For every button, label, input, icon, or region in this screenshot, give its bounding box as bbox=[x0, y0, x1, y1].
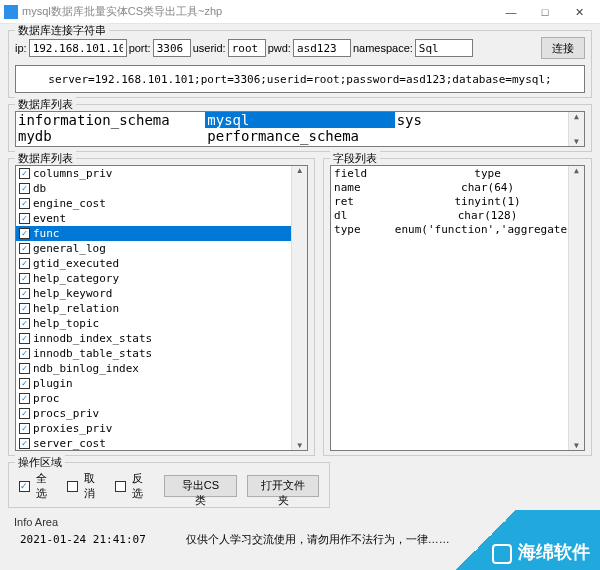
timestamp: 2021-01-24 21:41:07 bbox=[20, 533, 146, 546]
table-row[interactable]: ✓func bbox=[16, 226, 307, 241]
ip-input[interactable] bbox=[29, 39, 127, 57]
table-row[interactable]: ✓gtid_executed bbox=[16, 256, 307, 271]
app-icon bbox=[4, 5, 18, 19]
checkbox-icon[interactable]: ✓ bbox=[19, 363, 30, 374]
checkbox-icon[interactable]: ✓ bbox=[19, 288, 30, 299]
port-label: port: bbox=[129, 42, 151, 54]
scrollbar[interactable] bbox=[568, 166, 584, 450]
checkbox-icon[interactable]: ✓ bbox=[19, 348, 30, 359]
scrollbar[interactable] bbox=[568, 112, 584, 146]
table-row[interactable]: ✓innodb_table_stats bbox=[16, 346, 307, 361]
table-name: procs_priv bbox=[33, 407, 99, 420]
connection-string-display: server=192.168.101.101;port=3306;userid=… bbox=[15, 65, 585, 93]
close-button[interactable]: ✕ bbox=[562, 0, 596, 24]
table-name: ndb_binlog_index bbox=[33, 362, 139, 375]
fields-group: 字段列表 fieldtypenamechar(64)rettinyint(1)d… bbox=[323, 158, 592, 456]
export-button[interactable]: 导出CS类 bbox=[164, 475, 237, 497]
table-name: help_keyword bbox=[33, 287, 112, 300]
table-name: help_category bbox=[33, 272, 119, 285]
field-header: fieldtype bbox=[332, 167, 583, 181]
userid-input[interactable] bbox=[228, 39, 266, 57]
table-name: columns_priv bbox=[33, 167, 112, 180]
table-name: help_topic bbox=[33, 317, 99, 330]
database-list-legend: 数据库列表 bbox=[15, 97, 76, 112]
title-bar: mysql数据库批量实体CS类导出工具~zhp — □ ✕ bbox=[0, 0, 600, 24]
checkbox-icon[interactable]: ✓ bbox=[19, 168, 30, 179]
checkbox-icon[interactable]: ✓ bbox=[19, 393, 30, 404]
database-item[interactable]: performance_schema bbox=[205, 128, 394, 144]
checkbox-icon[interactable]: ✓ bbox=[19, 243, 30, 254]
checkbox-icon[interactable]: ✓ bbox=[19, 318, 30, 329]
table-name: innodb_table_stats bbox=[33, 347, 152, 360]
table-row[interactable]: ✓general_log bbox=[16, 241, 307, 256]
tables-listbox[interactable]: ✓columns_priv✓db✓engine_cost✓event✓func✓… bbox=[15, 165, 308, 451]
namespace-input[interactable] bbox=[415, 39, 473, 57]
checkbox-icon[interactable]: ✓ bbox=[19, 183, 30, 194]
field-row: typeenum('function','aggregate') bbox=[332, 223, 583, 237]
table-row[interactable]: ✓help_keyword bbox=[16, 286, 307, 301]
table-name: help_relation bbox=[33, 302, 119, 315]
port-input[interactable] bbox=[153, 39, 191, 57]
checkbox-icon[interactable]: ✓ bbox=[19, 228, 30, 239]
table-row[interactable]: ✓help_topic bbox=[16, 316, 307, 331]
table-row[interactable]: ✓event bbox=[16, 211, 307, 226]
footer: 2021-01-24 21:41:07 仅供个人学习交流使用，请勿用作不法行为，… bbox=[8, 530, 592, 549]
userid-label: userid: bbox=[193, 42, 226, 54]
checkbox-icon[interactable]: ✓ bbox=[19, 198, 30, 209]
table-row[interactable]: ✓innodb_index_stats bbox=[16, 331, 307, 346]
table-name: engine_cost bbox=[33, 197, 106, 210]
table-name: db bbox=[33, 182, 46, 195]
tables-group: 数据库列表 ✓columns_priv✓db✓engine_cost✓event… bbox=[8, 158, 315, 456]
checkbox-icon[interactable]: ✓ bbox=[19, 378, 30, 389]
checkbox-icon[interactable]: ✓ bbox=[19, 303, 30, 314]
database-list-group: 数据库列表 information_schemamysqlsysmydbperf… bbox=[8, 104, 592, 152]
table-row[interactable]: ✓server_cost bbox=[16, 436, 307, 451]
scrollbar[interactable] bbox=[291, 166, 307, 450]
checkbox-icon[interactable]: ✓ bbox=[19, 423, 30, 434]
table-name: innodb_index_stats bbox=[33, 332, 152, 345]
table-row[interactable]: ✓procs_priv bbox=[16, 406, 307, 421]
cancel-checkbox[interactable]: 取消 bbox=[67, 471, 105, 501]
checkbox-icon[interactable]: ✓ bbox=[19, 333, 30, 344]
checkbox-icon[interactable]: ✓ bbox=[19, 258, 30, 269]
checkbox-icon[interactable]: ✓ bbox=[19, 213, 30, 224]
tables-legend: 数据库列表 bbox=[15, 151, 76, 166]
pwd-label: pwd: bbox=[268, 42, 291, 54]
connection-group: 数据库连接字符串 ip: port: userid: pwd: namespac… bbox=[8, 30, 592, 98]
connect-button[interactable]: 连接 bbox=[541, 37, 585, 59]
pwd-input[interactable] bbox=[293, 39, 351, 57]
ip-label: ip: bbox=[15, 42, 27, 54]
table-row[interactable]: ✓help_category bbox=[16, 271, 307, 286]
footer-note: 仅供个人学习交流使用，请勿用作不法行为，一律…… bbox=[186, 532, 450, 547]
checkbox-icon[interactable]: ✓ bbox=[19, 273, 30, 284]
table-row[interactable]: ✓proc bbox=[16, 391, 307, 406]
select-all-checkbox[interactable]: ✓全选 bbox=[19, 471, 57, 501]
table-row[interactable]: ✓ndb_binlog_index bbox=[16, 361, 307, 376]
operations-legend: 操作区域 bbox=[15, 455, 65, 470]
operations-group: 操作区域 ✓全选 取消 反选 导出CS类 打开文件夹 bbox=[8, 462, 330, 508]
checkbox-icon[interactable]: ✓ bbox=[19, 438, 30, 449]
minimize-button[interactable]: — bbox=[494, 0, 528, 24]
table-row[interactable]: ✓help_relation bbox=[16, 301, 307, 316]
table-row[interactable]: ✓columns_priv bbox=[16, 166, 307, 181]
field-row: dlchar(128) bbox=[332, 209, 583, 223]
table-row[interactable]: ✓db bbox=[16, 181, 307, 196]
checkbox-icon[interactable]: ✓ bbox=[19, 408, 30, 419]
info-area-label: Info Area bbox=[8, 514, 592, 530]
database-listbox[interactable]: information_schemamysqlsysmydbperformanc… bbox=[15, 111, 585, 147]
table-row[interactable]: ✓engine_cost bbox=[16, 196, 307, 211]
database-item[interactable]: mydb bbox=[16, 128, 205, 144]
table-name: event bbox=[33, 212, 66, 225]
connection-legend: 数据库连接字符串 bbox=[15, 23, 109, 38]
table-row[interactable]: ✓plugin bbox=[16, 376, 307, 391]
table-name: general_log bbox=[33, 242, 106, 255]
table-row[interactable]: ✓proxies_priv bbox=[16, 421, 307, 436]
database-item[interactable]: information_schema bbox=[16, 112, 205, 128]
database-item[interactable]: sys bbox=[395, 112, 584, 128]
invert-checkbox[interactable]: 反选 bbox=[115, 471, 153, 501]
field-row: namechar(64) bbox=[332, 181, 583, 195]
open-folder-button[interactable]: 打开文件夹 bbox=[247, 475, 319, 497]
maximize-button[interactable]: □ bbox=[528, 0, 562, 24]
database-item[interactable] bbox=[395, 128, 584, 144]
database-item[interactable]: mysql bbox=[205, 112, 394, 128]
